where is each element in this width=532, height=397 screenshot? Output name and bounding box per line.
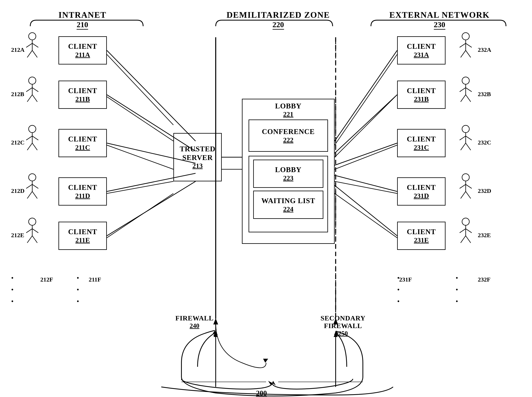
svg-line-64 [460, 136, 466, 140]
svg-point-68 [462, 174, 469, 181]
svg-line-59 [466, 88, 472, 92]
firewall-text: FIREWALL [175, 314, 213, 322]
intranet-zone-label: INTRANET 210 [58, 10, 106, 30]
waiting-list-label: WAITING LIST [261, 197, 315, 205]
lobby-223-num: 223 [283, 174, 294, 182]
person-212f-label: 212F [40, 276, 53, 283]
svg-line-47 [32, 229, 38, 233]
svg-line-89 [335, 95, 397, 153]
svg-line-4 [107, 193, 173, 238]
client-231c-num: 231C [414, 144, 429, 151]
dmz-num: 220 [273, 20, 284, 30]
person-232d [456, 173, 476, 200]
svg-line-78 [461, 236, 466, 243]
svg-point-32 [29, 125, 36, 133]
client-211c-box: CLIENT 211C [58, 129, 107, 157]
person-212b [22, 77, 42, 104]
client-211c-num: 211C [75, 144, 90, 151]
svg-line-22 [26, 43, 32, 47]
svg-line-48 [27, 236, 32, 243]
client-211c-label: CLIENT [68, 135, 97, 143]
svg-line-23 [32, 43, 38, 47]
secondary-firewall-num: 250 [320, 330, 365, 337]
svg-line-91 [335, 175, 397, 192]
person-232a [456, 32, 476, 59]
dmz-title: DEMILITARIZED ZONE [220, 10, 337, 20]
person-212f-dots: ··· [11, 272, 14, 307]
svg-marker-16 [268, 381, 272, 385]
svg-line-43 [32, 192, 37, 198]
client-211d-num: 211D [75, 192, 90, 200]
svg-line-7 [335, 95, 397, 157]
external-zone-label: EXTERNAL NETWORK 230 [377, 10, 502, 30]
person-232f-dots: ··· [456, 272, 458, 307]
client-231e-label: CLIENT [407, 228, 436, 236]
svg-marker-14 [213, 332, 218, 336]
client-231d-box: CLIENT 231D [397, 177, 445, 205]
client-211b-num: 211B [75, 95, 90, 103]
svg-line-90 [335, 143, 397, 165]
person-212e [22, 218, 42, 245]
lobby-223-label: LOBBY [275, 165, 301, 174]
firewall-num: 240 [175, 322, 213, 329]
svg-line-61 [466, 95, 471, 102]
svg-point-38 [29, 174, 36, 181]
client-231b-label: CLIENT [407, 87, 436, 95]
person-232b [456, 77, 476, 104]
svg-line-71 [466, 184, 472, 188]
person-232c-label: 232C [478, 139, 491, 146]
svg-line-40 [26, 184, 32, 188]
svg-line-2 [107, 145, 173, 169]
svg-point-50 [462, 33, 469, 40]
svg-line-31 [32, 95, 37, 102]
person-212c [22, 125, 42, 152]
conference-label: CONFERENCE [262, 127, 315, 136]
external-num: 230 [434, 20, 445, 30]
client-211b-label: CLIENT [68, 87, 97, 95]
secondary-firewall-text2: FIREWALL [320, 322, 365, 330]
person-212a-label: 212A [11, 46, 25, 53]
client-231e-box: CLIENT 231E [397, 222, 445, 250]
person-212b-label: 212B [11, 91, 24, 98]
intranet-title: INTRANET [58, 10, 106, 20]
client-231c-label: CLIENT [407, 135, 436, 143]
person-212c-label: 212C [11, 139, 25, 146]
svg-line-77 [466, 229, 472, 233]
client-231a-box: CLIENT 231A [397, 36, 445, 64]
svg-marker-17 [272, 381, 276, 385]
lobby-223-outer-box: LOBBY 223 WAITING LIST 224 [249, 156, 328, 232]
svg-line-79 [466, 236, 471, 243]
svg-line-3 [107, 181, 173, 193]
svg-line-0 [107, 54, 173, 125]
person-232f-label: 232F [478, 276, 490, 283]
svg-line-76 [460, 229, 466, 233]
svg-line-42 [27, 192, 32, 198]
lobby-221-box: LOBBY 221 CONFERENCE 222 LOBBY 223 WAITI… [242, 99, 335, 244]
svg-line-82 [107, 50, 195, 141]
lobby-221-label: LOBBY [243, 102, 334, 111]
lobby-223-box: LOBBY 223 [253, 160, 323, 188]
svg-line-24 [27, 50, 32, 57]
waiting-list-box: WAITING LIST 224 [253, 191, 323, 219]
svg-line-35 [32, 136, 38, 140]
svg-line-92 [335, 185, 397, 236]
svg-point-20 [29, 33, 36, 40]
svg-line-73 [466, 192, 471, 198]
svg-line-66 [461, 143, 466, 150]
client-231b-box: CLIENT 231B [397, 81, 445, 109]
svg-line-6 [335, 54, 397, 145]
client-211d-box: CLIENT 211D [58, 177, 107, 205]
svg-line-53 [466, 43, 472, 47]
svg-line-28 [26, 88, 32, 92]
svg-line-70 [460, 184, 466, 188]
person-212d-label: 212D [11, 187, 25, 194]
svg-line-58 [460, 88, 466, 92]
person-232e-label: 232E [478, 232, 491, 239]
svg-point-26 [29, 77, 36, 84]
conference-num: 222 [283, 136, 294, 144]
client-211a-box: CLIENT 211A [58, 36, 107, 64]
svg-line-72 [461, 192, 466, 198]
person-232d-label: 232D [478, 187, 491, 194]
svg-line-34 [26, 136, 32, 140]
trusted-server-label: TRUSTED SERVER [174, 145, 221, 162]
